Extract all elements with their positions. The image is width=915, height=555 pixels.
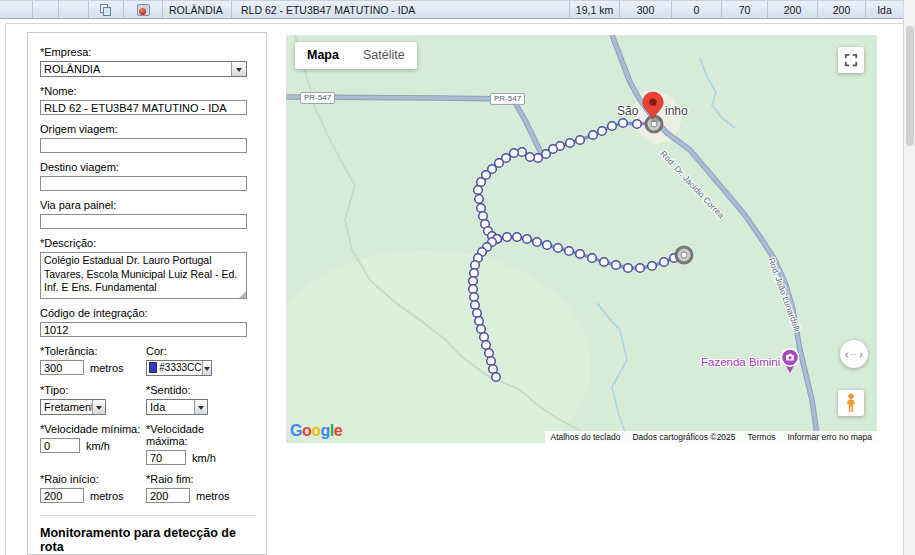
- terms-link[interactable]: Termos: [748, 432, 776, 442]
- row-cell-empty-1: [0, 1, 33, 18]
- destino-label: Destino viagem:: [40, 161, 256, 173]
- codigo-input[interactable]: [40, 322, 247, 337]
- show-on-map-icon[interactable]: [137, 4, 150, 16]
- via-painel-input[interactable]: [40, 214, 247, 229]
- row-cell-radius-start: 200: [768, 1, 818, 18]
- row-cell-direction: Ida: [866, 1, 903, 18]
- tolerancia-unit: metros: [90, 362, 124, 374]
- via-painel-label: Via para painel:: [40, 199, 256, 211]
- origem-label: Origem viagem:: [40, 123, 256, 135]
- nome-label: *Nome:: [40, 85, 256, 97]
- empresa-label: *Empresa:: [40, 46, 256, 58]
- row-cell-vmax: 70: [722, 1, 768, 18]
- descricao-label: *Descrição:: [40, 237, 256, 249]
- vel-min-input[interactable]: [40, 438, 80, 453]
- scrollbar-thumb[interactable]: [906, 26, 914, 146]
- tipo-value: Fretamento: [41, 400, 92, 414]
- road-shield-pr547: PR-547: [300, 92, 335, 104]
- row-cell-company: ROLÂNDIA: [163, 1, 232, 18]
- fullscreen-button[interactable]: [838, 47, 864, 73]
- section-divider: [40, 515, 256, 516]
- fullscreen-icon: [844, 53, 858, 67]
- codigo-label: Código de integração:: [40, 307, 256, 319]
- monitoramento-heading: Monitoramento para detecção de rota: [40, 526, 256, 554]
- raio-inicio-label: *Raio início:: [40, 473, 146, 485]
- vel-max-label: *Velocidade máxima:: [146, 423, 247, 447]
- dropdown-arrow-icon[interactable]: [92, 400, 105, 414]
- town-label-right: inho: [665, 104, 688, 118]
- pan-right-icon: ›: [859, 348, 863, 360]
- google-logo[interactable]: Google: [290, 422, 342, 440]
- raio-fim-label: *Raio fim:: [146, 473, 247, 485]
- tipo-label: *Tipo:: [40, 384, 146, 396]
- row-cell-vmin: 0: [672, 1, 722, 18]
- destino-input[interactable]: [40, 176, 247, 191]
- row-cell-copy[interactable]: [89, 1, 124, 18]
- tolerancia-input[interactable]: [40, 360, 84, 375]
- poi-label-fazenda-bimini[interactable]: Fazenda Bimini: [701, 356, 780, 368]
- vel-min-label: *Velocidade mínima:: [40, 423, 146, 435]
- row-cell-map[interactable]: [124, 1, 163, 18]
- map-graphics: [286, 35, 877, 443]
- row-cell-route-name: RLD 62 - ETU3B47 MATUTINO - IDA: [232, 1, 570, 18]
- vel-min-unit: km/h: [86, 440, 110, 452]
- cor-value: #3333CC: [159, 361, 201, 375]
- resize-handle-icon[interactable]: [239, 291, 246, 298]
- vel-max-input[interactable]: [146, 450, 186, 465]
- raio-fim-input[interactable]: [146, 488, 190, 503]
- content-top-divider: [5, 23, 903, 24]
- pegman-icon: [844, 392, 858, 414]
- pan-control[interactable]: ‹··›: [840, 340, 868, 368]
- route-form-panel: *Empresa: ROLÂNDIA *Nome: Origem viagem:…: [27, 32, 267, 555]
- street-view-pegman-button[interactable]: [838, 390, 864, 416]
- origem-input[interactable]: [40, 138, 247, 153]
- route-editor-screen: ROLÂNDIA RLD 62 - ETU3B47 MATUTINO - IDA…: [0, 0, 915, 555]
- color-swatch: [149, 362, 157, 373]
- nome-input[interactable]: [40, 100, 247, 115]
- report-map-error-link[interactable]: Informar erro no mapa: [787, 432, 872, 442]
- raio-inicio-unit: metros: [90, 490, 124, 502]
- sentido-value: Ida: [147, 400, 194, 414]
- poi-pin-icon[interactable]: [780, 348, 800, 374]
- row-cell-tolerance: 300: [620, 1, 672, 18]
- sentido-label: *Sentido:: [146, 384, 247, 396]
- dropdown-arrow-icon[interactable]: [231, 62, 246, 76]
- row-cell-empty-2: [33, 1, 59, 18]
- tipo-select[interactable]: Fretamento: [40, 399, 106, 415]
- row-cell-radius-end: 200: [818, 1, 866, 18]
- empresa-select[interactable]: ROLÂNDIA: [40, 61, 247, 77]
- tab-map[interactable]: Mapa: [295, 42, 351, 69]
- tab-satellite[interactable]: Satélite: [351, 42, 417, 69]
- town-label-left: São: [617, 104, 638, 118]
- sentido-select[interactable]: Ida: [146, 399, 208, 415]
- empresa-value: ROLÂNDIA: [41, 62, 231, 76]
- copy-route-icon[interactable]: [100, 4, 112, 16]
- pan-left-icon: ‹: [845, 348, 849, 360]
- row-cell-distance: 19,1 km: [570, 1, 620, 18]
- keyboard-shortcuts-link[interactable]: Atalhos do teclado: [550, 432, 620, 442]
- pan-dots: ··: [851, 351, 858, 358]
- map-canvas[interactable]: PR-547 PR-547 Rod. Dr. Jacídio Correa Ro…: [286, 35, 877, 443]
- map-attribution: Atalhos do teclado Dados cartográficos ©…: [545, 431, 877, 443]
- road-shield-pr547: PR-547: [490, 93, 525, 105]
- tolerancia-label: *Tolerância:: [40, 345, 146, 357]
- descricao-textarea[interactable]: Colégio Estadual Dr. Lauro Portugal Tava…: [40, 252, 247, 299]
- raio-inicio-input[interactable]: [40, 488, 84, 503]
- raio-fim-unit: metros: [196, 490, 230, 502]
- row-cell-empty-3: [59, 1, 89, 18]
- map-data-copyright: Dados cartográficos ©2025: [632, 432, 735, 442]
- vertical-scrollbar[interactable]: [903, 0, 915, 555]
- content-left-border: [5, 23, 6, 555]
- cor-select[interactable]: #3333CC: [146, 360, 212, 376]
- dropdown-arrow-icon[interactable]: [194, 400, 207, 414]
- route-table-row[interactable]: ROLÂNDIA RLD 62 - ETU3B47 MATUTINO - IDA…: [0, 0, 903, 19]
- vel-max-unit: km/h: [192, 452, 216, 464]
- dropdown-arrow-icon[interactable]: [202, 361, 211, 375]
- map-type-control: Mapa Satélite: [295, 42, 417, 69]
- cor-label: Cor:: [146, 345, 247, 357]
